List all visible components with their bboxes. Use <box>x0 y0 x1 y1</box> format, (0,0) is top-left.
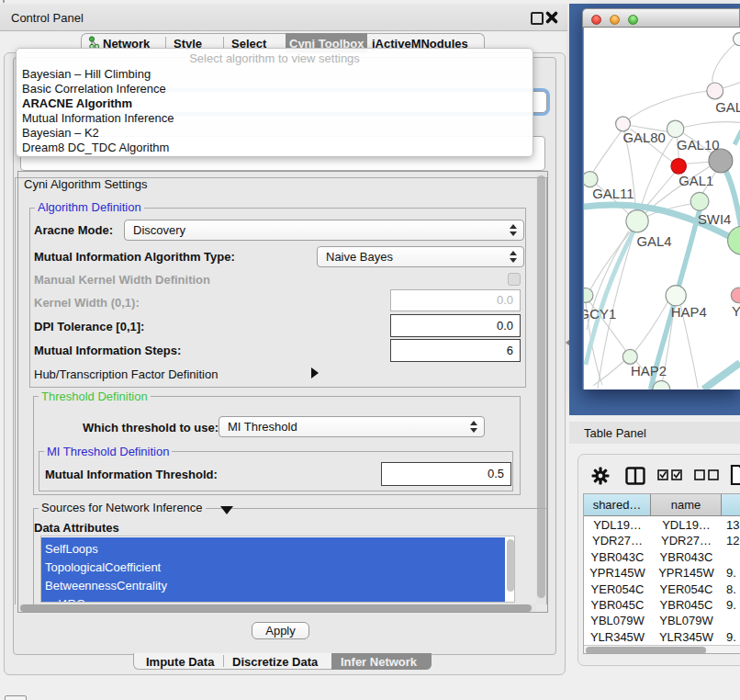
svg-text:HAP2: HAP2 <box>631 364 667 378</box>
svg-text:SWI4: SWI4 <box>698 212 731 227</box>
svg-text:GAL10: GAL10 <box>677 138 719 152</box>
svg-text:GAL1: GAL1 <box>678 174 713 188</box>
svg-text:Y: Y <box>732 304 740 319</box>
svg-text:GAL80: GAL80 <box>622 130 665 145</box>
svg-text:GAL4: GAL4 <box>636 234 671 249</box>
svg-text:GCY1: GCY1 <box>583 307 616 322</box>
svg-text:GAL2: GAL2 <box>715 100 740 115</box>
svg-text:GAL11: GAL11 <box>592 186 633 201</box>
svg-text:HAP4: HAP4 <box>671 305 707 320</box>
